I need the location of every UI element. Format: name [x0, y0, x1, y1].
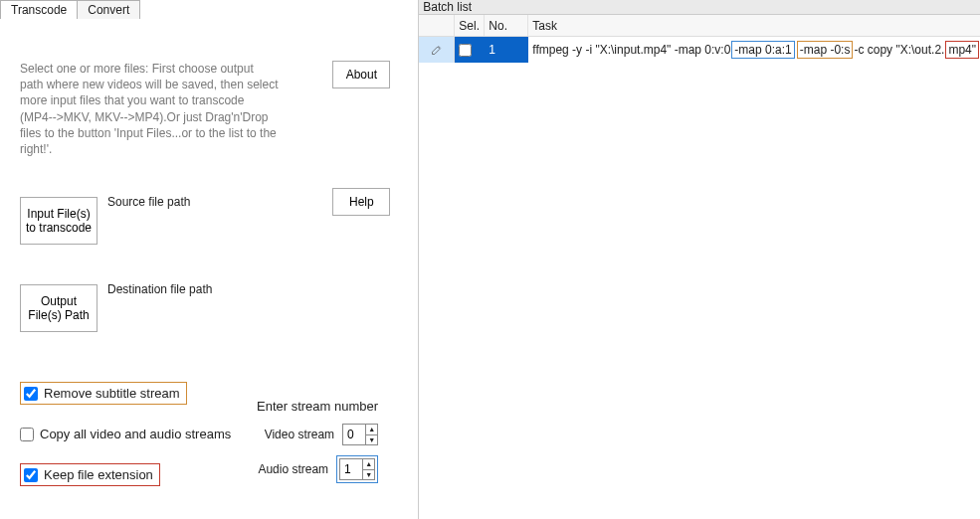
output-path-button[interactable]: Output File(s) Path	[20, 284, 98, 332]
row-no: 1	[485, 37, 528, 63]
table-row[interactable]: 1 ffmpeg -y -i "X:\input.mp4" -map 0:v:0…	[419, 37, 980, 63]
row-handle[interactable]	[419, 37, 455, 63]
tab-convert[interactable]: Convert	[78, 0, 140, 19]
audio-stream-input[interactable]	[340, 459, 362, 479]
batch-grid: Sel. No. Task 1 ffmpeg -y -i "X:\input.m…	[419, 15, 980, 63]
copy-all-label: Copy all video and audio streams	[40, 427, 231, 441]
audio-stream-spinner[interactable]: ▲ ▼	[339, 458, 375, 480]
row-task[interactable]: ffmpeg -y -i "X:\input.mp4" -map 0:v:0 -…	[528, 37, 980, 63]
task-seg-ext: mp4"	[945, 41, 979, 59]
video-stream-down[interactable]: ▼	[366, 435, 377, 445]
dest-path-label: Destination file path	[107, 282, 212, 296]
source-path-label: Source file path	[107, 195, 190, 209]
audio-stream-down[interactable]: ▼	[363, 470, 374, 480]
edit-icon	[431, 44, 443, 56]
tab-transcode[interactable]: Transcode	[0, 0, 78, 19]
row-sel-checkbox[interactable]	[459, 44, 472, 57]
video-stream-input[interactable]	[343, 425, 365, 444]
help-button[interactable]: Help	[332, 188, 390, 216]
col-no[interactable]: No.	[485, 15, 528, 36]
remove-subtitle-label: Remove subtitle stream	[44, 386, 180, 401]
audio-stream-highlight: ▲ ▼	[336, 455, 378, 483]
task-seg-base: ffmpeg -y -i "X:\input.mp4" -map 0:v:0	[532, 43, 730, 57]
batch-list-title: Batch list	[419, 0, 980, 15]
task-seg-audio-map: -map 0:a:1	[731, 41, 794, 59]
about-button[interactable]: About	[332, 61, 390, 88]
keep-ext-label: Keep file extension	[44, 467, 153, 482]
copy-all-checkbox[interactable]	[20, 428, 34, 441]
video-stream-up[interactable]: ▲	[366, 425, 377, 435]
stream-number-group: Enter stream number Video stream ▲ ▼ Aud…	[257, 399, 378, 493]
grid-header: Sel. No. Task	[419, 15, 980, 37]
stream-number-title: Enter stream number	[257, 399, 378, 414]
audio-stream-up[interactable]: ▲	[363, 459, 374, 470]
col-task[interactable]: Task	[528, 15, 980, 36]
tab-bar: Transcode Convert	[0, 0, 418, 19]
audio-stream-label: Audio stream	[258, 462, 328, 476]
task-seg-copy: -c copy "X:\out.2.	[854, 43, 944, 57]
remove-subtitle-highlight: Remove subtitle stream	[20, 382, 187, 405]
video-stream-spinner[interactable]: ▲ ▼	[342, 424, 378, 445]
remove-subtitle-checkbox[interactable]	[24, 387, 38, 401]
input-files-button[interactable]: Input File(s) to transcode	[20, 197, 98, 245]
task-seg-sub-map: -map -0:s	[797, 41, 854, 59]
keep-ext-checkbox[interactable]	[24, 468, 38, 482]
intro-text: Select one or more files: First choose o…	[20, 61, 279, 157]
col-sel[interactable]: Sel.	[455, 15, 485, 36]
keep-ext-highlight: Keep file extension	[20, 463, 160, 486]
video-stream-label: Video stream	[265, 428, 334, 441]
